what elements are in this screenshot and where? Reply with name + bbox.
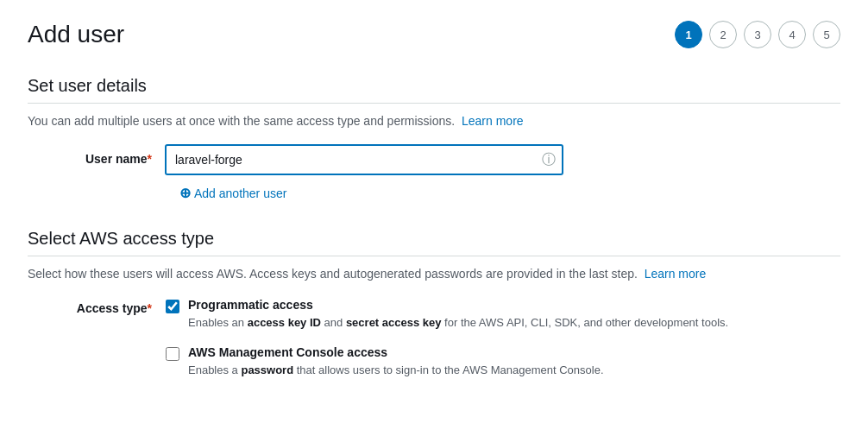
step-indicators: 1 2 3 4 5 bbox=[675, 21, 840, 48]
console-access-checkbox[interactable] bbox=[166, 347, 179, 361]
programmatic-access-title: Programmatic access bbox=[188, 298, 728, 312]
add-another-user-label: Add another user bbox=[194, 186, 286, 200]
console-access-content: AWS Management Console access Enables a … bbox=[188, 345, 604, 379]
console-access-option: AWS Management Console access Enables a … bbox=[166, 345, 840, 379]
access-options: Programmatic access Enables an access ke… bbox=[166, 298, 840, 392]
step-1[interactable]: 1 bbox=[675, 21, 702, 48]
section-divider-1 bbox=[28, 103, 840, 104]
console-checkbox-wrap bbox=[166, 347, 179, 363]
step-5[interactable]: 5 bbox=[813, 21, 840, 48]
step-4[interactable]: 4 bbox=[778, 21, 806, 48]
programmatic-access-option: Programmatic access Enables an access ke… bbox=[166, 298, 840, 332]
select-access-type-section: Select AWS access type Select how these … bbox=[28, 229, 840, 392]
page-title: Add user bbox=[28, 21, 124, 48]
console-access-desc: Enables a password that allows users to … bbox=[188, 362, 604, 379]
username-input-wrapper: ⓘ bbox=[166, 145, 563, 174]
page-header: Add user 1 2 3 4 5 bbox=[28, 21, 840, 48]
set-user-details-section: Set user details You can add multiple us… bbox=[28, 76, 840, 201]
access-type-learn-more[interactable]: Learn more bbox=[645, 267, 707, 281]
select-access-type-title: Select AWS access type bbox=[28, 229, 840, 249]
programmatic-access-desc: Enables an access key ID and secret acce… bbox=[188, 314, 728, 332]
select-access-type-description: Select how these users will access AWS. … bbox=[28, 267, 840, 281]
programmatic-access-content: Programmatic access Enables an access ke… bbox=[188, 298, 728, 332]
username-row: User name* ⓘ bbox=[28, 145, 840, 174]
username-input[interactable] bbox=[166, 145, 563, 174]
add-user-plus-icon: ⊕ bbox=[179, 185, 191, 201]
username-info-icon[interactable]: ⓘ bbox=[542, 151, 556, 169]
programmatic-checkbox-wrap bbox=[166, 300, 179, 316]
console-access-title: AWS Management Console access bbox=[188, 345, 604, 359]
access-type-row: Access type* Programmatic access Enables… bbox=[28, 298, 840, 392]
username-input-wrap: ⓘ bbox=[166, 145, 563, 174]
programmatic-access-checkbox[interactable] bbox=[166, 300, 179, 313]
username-label: User name* bbox=[28, 145, 166, 166]
add-another-user-link[interactable]: ⊕ Add another user bbox=[179, 185, 840, 201]
section-divider-2 bbox=[28, 256, 840, 256]
set-user-details-title: Set user details bbox=[28, 76, 840, 96]
set-user-details-learn-more[interactable]: Learn more bbox=[462, 114, 524, 128]
access-type-label: Access type* bbox=[28, 298, 166, 315]
set-user-details-description: You can add multiple users at once with … bbox=[28, 114, 840, 128]
step-3[interactable]: 3 bbox=[744, 21, 771, 48]
step-2[interactable]: 2 bbox=[709, 21, 737, 48]
